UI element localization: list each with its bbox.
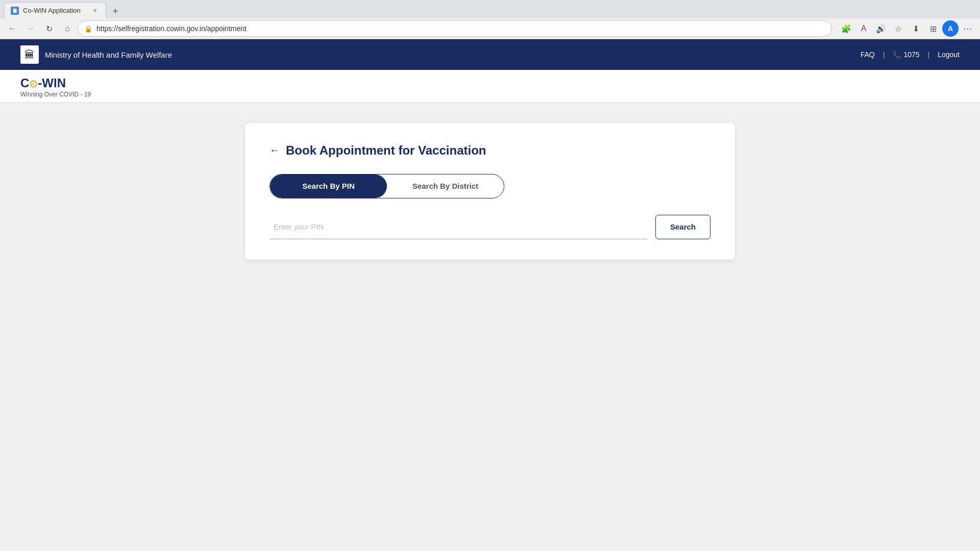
cowin-logo: C⊙-WIN Winning Over COVID - 19	[20, 76, 960, 98]
cowin-wheel: ⊙	[29, 78, 38, 89]
app-header: 🏛 Ministry of Health and Family Welfare …	[0, 39, 980, 70]
favorites-button[interactable]: ☆	[890, 20, 906, 37]
search-by-district-tab[interactable]: Search By District	[387, 174, 504, 198]
ministry-name: Ministry of Health and Family Welfare	[45, 51, 172, 59]
tab-favicon: 📋	[11, 7, 19, 15]
pin-input-row: Search	[270, 215, 710, 239]
search-by-pin-tab[interactable]: Search By PIN	[270, 174, 387, 198]
back-arrow-button[interactable]: ←	[270, 144, 280, 156]
ashoka-emblem: 🏛	[20, 45, 39, 64]
phone-info: 📞 1075	[893, 51, 919, 59]
back-button[interactable]: ←	[4, 20, 20, 37]
forward-button[interactable]: →	[22, 20, 39, 37]
refresh-button[interactable]: ↻	[41, 20, 57, 37]
logout-link[interactable]: Logout	[938, 51, 960, 59]
url-text: https://selfregistration.cowin.gov.in/ap…	[96, 24, 825, 33]
more-options-button[interactable]: ⋯	[960, 20, 976, 37]
downloads-button[interactable]: ⬇	[908, 20, 924, 37]
extensions-button[interactable]: 🧩	[838, 20, 854, 37]
header-right: FAQ | 📞 1075 | Logout	[861, 51, 960, 59]
pin-input[interactable]	[270, 215, 647, 239]
title-row: ← Book Appointment for Vaccination	[270, 143, 710, 158]
address-bar[interactable]: 🔒 https://selfregistration.cowin.gov.in/…	[78, 20, 832, 37]
search-toggle: Search By PIN Search By District	[270, 174, 504, 198]
translate-button[interactable]: A	[855, 20, 872, 37]
new-tab-button[interactable]: +	[108, 4, 122, 18]
page-background: ← Book Appointment for Vaccination Searc…	[0, 103, 980, 551]
search-button[interactable]: Search	[655, 215, 710, 239]
tab-title: Co-WIN Application	[23, 7, 81, 14]
header-left: 🏛 Ministry of Health and Family Welfare	[20, 45, 172, 64]
cowin-title: C⊙-WIN	[20, 76, 960, 91]
lock-icon: 🔒	[84, 25, 92, 33]
phone-icon: 📞	[893, 51, 901, 59]
app-subheader: C⊙-WIN Winning Over COVID - 19	[0, 70, 980, 103]
cowin-win: -WIN	[38, 76, 66, 90]
header-divider-2: |	[928, 51, 930, 59]
home-button[interactable]: ⌂	[59, 20, 76, 37]
collections-button[interactable]: ⊞	[925, 20, 941, 37]
faq-link[interactable]: FAQ	[861, 51, 875, 59]
active-tab[interactable]: 📋 Co-WIN Application ×	[4, 2, 106, 18]
header-divider-1: |	[883, 51, 885, 59]
cowin-c: C	[20, 76, 29, 90]
read-aloud-button[interactable]: 🔊	[873, 20, 889, 37]
tab-close-button[interactable]: ×	[90, 6, 100, 15]
cowin-subtitle: Winning Over COVID - 19	[20, 91, 960, 98]
phone-number: 1075	[903, 51, 919, 59]
main-card: ← Book Appointment for Vaccination Searc…	[245, 123, 735, 260]
profile-button[interactable]: A	[942, 20, 959, 37]
page-title: Book Appointment for Vaccination	[286, 143, 486, 158]
